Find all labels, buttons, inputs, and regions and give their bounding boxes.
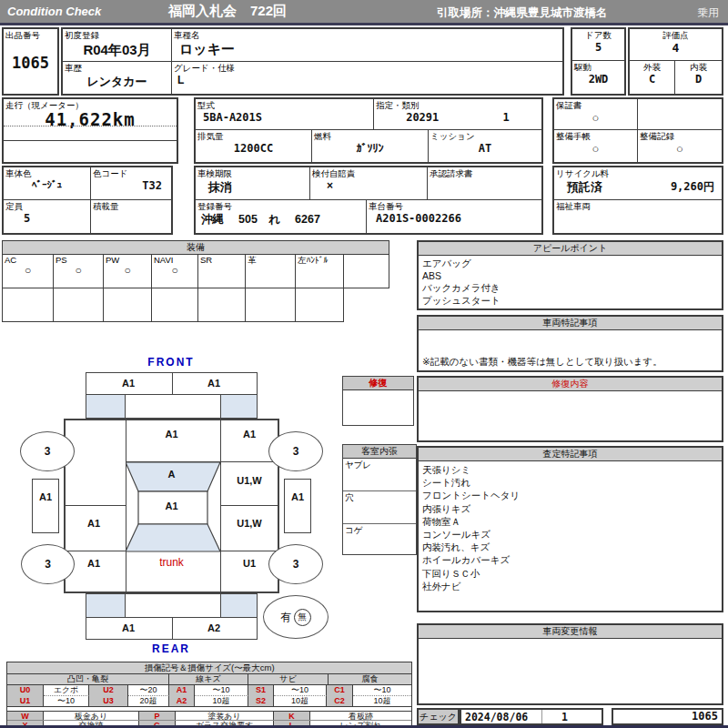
legend-code: S2: [248, 696, 274, 706]
assessment-item: 天張りシミ: [422, 463, 718, 476]
legend-code: S1: [248, 685, 274, 696]
legend-code: A1: [169, 685, 195, 696]
zone-trunk-label: trunk: [124, 556, 219, 569]
service-record-label: 整備記録: [638, 130, 722, 142]
fuel-value: ｶﾞｿﾘﾝ: [312, 142, 428, 155]
vehicle-category: 乗用: [697, 5, 719, 21]
divider: [4, 126, 177, 126]
zone-sill-left-label: A1: [33, 490, 58, 503]
score-value: 4: [630, 41, 722, 55]
doors-drive-box: ドア数 5 駆動 2WD: [571, 27, 626, 96]
assessment-item: 社外ナビ: [422, 580, 718, 592]
assessment-section: 査定特記事項 天張りシミ シート汚れ フロントシートヘタリ 内張りキズ 荷物室Ａ…: [417, 446, 723, 612]
legend-code: U2: [89, 685, 128, 696]
displacement-label: 排気量: [196, 130, 311, 142]
transmission-value: AT: [429, 142, 541, 155]
registration-box: 車検期限 抹消 検付自賠責 × 承認請求書 登録番号 沖縄 505 れ 6267…: [194, 166, 543, 235]
cabin-box: 客室内張 ヤブレ 穴 コゲ: [342, 444, 417, 555]
zone-sill-right: A1: [284, 479, 311, 533]
recycle-status: 預託済: [567, 179, 602, 196]
zone-door-right-front-label: U1,W: [219, 474, 279, 487]
check-lot-box: 1065: [612, 708, 723, 725]
legend-title: 損傷記号＆損傷サイズ(〜最大cm): [7, 662, 411, 674]
check-label: チェック: [417, 708, 460, 725]
legend-desc: 〜10: [44, 696, 89, 706]
documents-box: 保証書 ○ 整備手帳 ○ 整備記録 ○: [552, 97, 723, 164]
repair-details-title: 修復内容: [419, 378, 722, 391]
legend-code: C2: [327, 696, 353, 706]
zone-rear-bumper-left-label: A1: [86, 622, 171, 634]
legend-desc: 〜10: [274, 685, 327, 696]
equipment-label: PW: [104, 255, 121, 266]
legend-mark-desc: 塗装あり: [176, 712, 274, 720]
appeal-item: エアバッグ: [422, 258, 718, 270]
welfare-label: 福祉車両: [554, 200, 722, 212]
payload-label: 積載量: [91, 200, 171, 212]
headlight-left: [86, 394, 126, 419]
zone-hood-label: A1: [124, 428, 219, 440]
zone-front-fender-right-label: A1: [219, 428, 279, 440]
interior-value: D: [675, 73, 722, 86]
assessment-title: 査定特記事項: [419, 448, 722, 461]
cabin-row-label: 穴: [343, 491, 356, 503]
cabin-row-label: ヤブレ: [343, 459, 373, 470]
chassis-label: 車台番号: [367, 200, 541, 212]
wheel-front-left: 3: [20, 431, 75, 471]
spare-indicator: 有 無: [263, 595, 329, 639]
taillight-right: [220, 593, 258, 618]
legend-mark-code: P: [139, 712, 176, 720]
legend-desc: 10超: [353, 696, 411, 706]
rear-panel: [125, 593, 221, 618]
assessment-item: コンソールキズ: [422, 528, 718, 541]
assessment-item: 内張りキズ: [422, 502, 718, 515]
capacity-label: 定員: [4, 200, 90, 212]
color-box: 車体色 ﾍﾞｰｼﾞｭ 色コード T32 定員 5 積載量: [2, 166, 173, 235]
classification-value: 1: [503, 111, 510, 124]
zone-front-bumper-right-label: A1: [171, 377, 257, 389]
history-label: 車歴: [63, 62, 171, 74]
warranty-value: ○: [554, 111, 637, 125]
interior-label: 内装: [675, 61, 722, 73]
repair-mini-title: 修復: [343, 377, 413, 390]
recycle-fee: 9,260円: [671, 179, 714, 196]
recycle-label: リサイクル料: [554, 167, 722, 179]
title-bar: Condition Check 福岡入札会 722回 引取場所：沖縄県豊見城市渡…: [0, 0, 728, 25]
legend-code: U1: [7, 696, 44, 706]
inspection-label: 車検期限: [196, 167, 309, 179]
legend-code: A2: [169, 696, 195, 706]
brand-logo: Condition Check: [7, 5, 101, 18]
check-date: 2024/08/06: [465, 711, 528, 723]
appeal-section: アピールポイント エアバッグ ABS バックカメラ付き プッシュスタート: [417, 240, 723, 310]
zone-sill-left: A1: [32, 479, 59, 533]
score-box: 評価点 4 外装 C 内装 D: [628, 27, 723, 96]
zone-front-bumper-left-label: A1: [86, 377, 171, 389]
service-book-label: 整備手帳: [554, 130, 637, 142]
first-reg-value: R04年03月: [63, 42, 171, 59]
pickup-location: 引取場所：沖縄県豊見城市渡橋名: [437, 5, 608, 21]
change-info-content: [419, 639, 722, 642]
recycle-box: リサイクル料 預託済 9,260円 福祉車両: [552, 166, 723, 235]
cabin-title: 客室内張: [343, 445, 416, 459]
equipment-title: 装備: [2, 240, 389, 255]
zone-roof-label: A1: [136, 500, 207, 512]
body-color-label: 車体色: [4, 167, 90, 179]
model-code-value: 5BA-A201S: [196, 111, 373, 124]
equipment-value: ○: [152, 266, 197, 276]
doors-value: 5: [572, 41, 624, 54]
jibaiseki-label: 検付自賠責: [310, 167, 427, 179]
vehicle-main-box: 初度登録 R04年03月 車種名 ロッキー 車歴 レンタカー グレード・仕様 L: [61, 27, 564, 96]
wheel-rear-left: 3: [21, 544, 75, 584]
grade-label: グレード・仕様: [172, 62, 562, 74]
legend-desc: 10超: [274, 696, 327, 706]
equipment-value: ○: [54, 266, 103, 276]
equipment-value: ○: [3, 266, 53, 276]
doors-label: ドア数: [572, 29, 624, 41]
legend-desc: 〜20: [128, 685, 169, 696]
exterior-label: 外装: [630, 61, 674, 73]
history-value: レンタカー: [63, 74, 171, 90]
legend-desc: 20超: [128, 696, 169, 706]
assessment-item: シート汚れ: [422, 476, 718, 489]
zone-rear-bumper-right-label: A2: [171, 622, 257, 634]
zone-windshield-label: A: [124, 468, 219, 480]
legend-group: 腐食: [329, 674, 411, 684]
